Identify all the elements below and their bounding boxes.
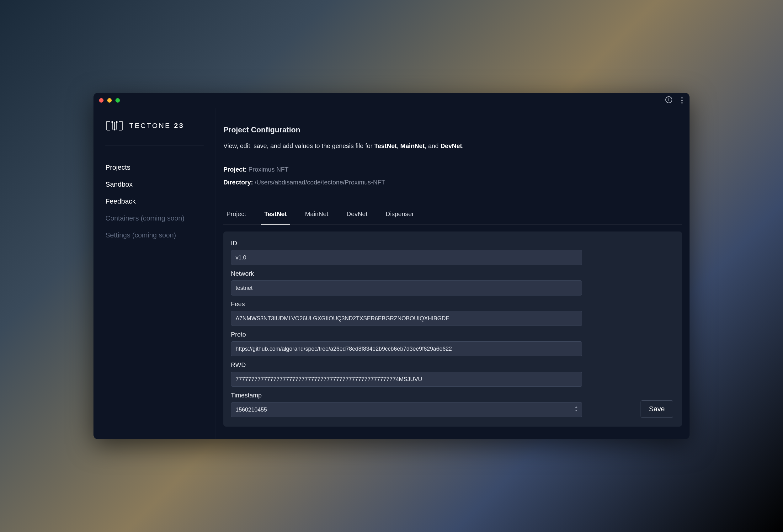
main-content: Project Configuration View, edit, save, … bbox=[216, 108, 690, 439]
logo-mark-icon bbox=[105, 120, 124, 132]
directory-label: Directory: bbox=[223, 179, 253, 186]
project-line: Project: Proximus NFT bbox=[223, 166, 682, 173]
sidebar: TECTONE 23 Projects Sandbox Feedback Con… bbox=[93, 108, 216, 439]
sidebar-item-sandbox[interactable]: Sandbox bbox=[105, 180, 203, 189]
svg-point-2 bbox=[669, 98, 669, 98]
svg-point-7 bbox=[114, 129, 115, 130]
kebab-menu-icon[interactable] bbox=[680, 96, 684, 105]
id-input[interactable] bbox=[231, 250, 582, 265]
fees-label: Fees bbox=[231, 301, 675, 308]
project-value: Proximus NFT bbox=[248, 166, 289, 173]
titlebar-right bbox=[665, 96, 684, 105]
id-label: ID bbox=[231, 240, 675, 247]
fees-input[interactable] bbox=[231, 311, 582, 326]
app-window: TECTONE 23 Projects Sandbox Feedback Con… bbox=[93, 93, 690, 439]
config-panel: ID Network Fees Proto RWD Timestamp S bbox=[223, 231, 682, 427]
rwd-label: RWD bbox=[231, 362, 675, 369]
brand-suffix: 23 bbox=[174, 122, 184, 130]
sidebar-item-containers: Containers (coming soon) bbox=[105, 214, 203, 222]
tab-devnet[interactable]: DevNet bbox=[344, 205, 371, 225]
tab-testnet[interactable]: TestNet bbox=[261, 205, 290, 225]
network-label: Network bbox=[231, 270, 675, 277]
network-input[interactable] bbox=[231, 280, 582, 295]
tab-bar: Project TestNet MainNet DevNet Dispenser bbox=[223, 205, 682, 225]
tab-mainnet[interactable]: MainNet bbox=[302, 205, 331, 225]
sidebar-item-projects[interactable]: Projects bbox=[105, 163, 203, 171]
tab-project[interactable]: Project bbox=[223, 205, 249, 225]
brand-name: TECTONE bbox=[129, 122, 171, 130]
minimize-window-button[interactable] bbox=[107, 98, 112, 102]
close-window-button[interactable] bbox=[99, 98, 103, 102]
sidebar-item-settings: Settings (coming soon) bbox=[105, 231, 203, 239]
sidebar-item-feedback[interactable]: Feedback bbox=[105, 197, 203, 206]
proto-label: Proto bbox=[231, 331, 675, 338]
timestamp-input[interactable] bbox=[231, 402, 582, 417]
page-subtitle: View, edit, save, and add values to the … bbox=[223, 143, 682, 150]
svg-point-8 bbox=[116, 121, 117, 123]
stepper-icon[interactable] bbox=[574, 406, 578, 414]
proto-input[interactable] bbox=[231, 341, 582, 356]
rwd-input[interactable] bbox=[231, 372, 582, 387]
brand-logo: TECTONE 23 bbox=[105, 120, 203, 146]
project-label: Project: bbox=[223, 166, 247, 173]
window-controls bbox=[99, 98, 120, 102]
maximize-window-button[interactable] bbox=[116, 98, 120, 102]
titlebar bbox=[93, 93, 690, 108]
timestamp-label: Timestamp bbox=[231, 392, 675, 399]
directory-line: Directory: /Users/abdisamad/code/tectone… bbox=[223, 179, 682, 186]
tab-dispenser[interactable]: Dispenser bbox=[382, 205, 417, 225]
directory-value: /Users/abdisamad/code/tectone/Proximus-N… bbox=[255, 179, 385, 186]
sidebar-nav: Projects Sandbox Feedback Containers (co… bbox=[105, 163, 203, 239]
info-icon[interactable] bbox=[665, 96, 672, 105]
save-button[interactable]: Save bbox=[640, 400, 673, 418]
page-title: Project Configuration bbox=[223, 125, 682, 134]
svg-point-6 bbox=[112, 121, 113, 123]
